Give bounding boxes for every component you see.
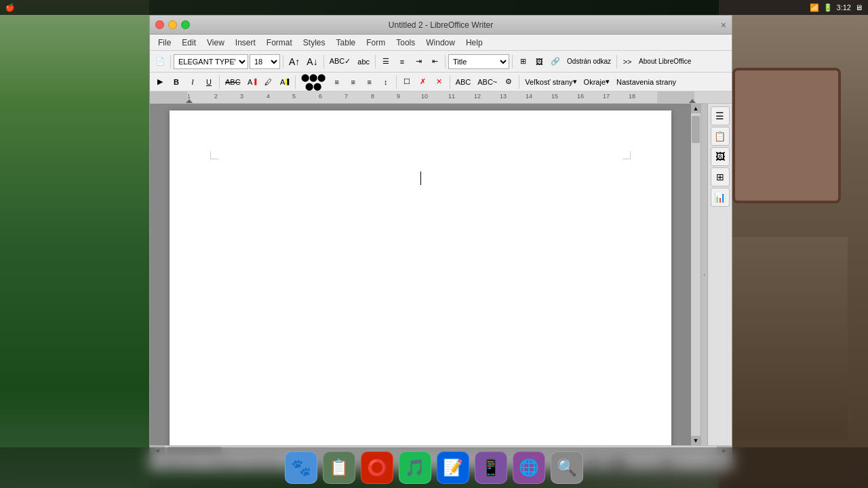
scroll-track[interactable] (691, 113, 701, 436)
sidebar-gallery-button[interactable]: 🖼 (711, 147, 730, 166)
autocorrect-button[interactable]: abc (355, 54, 372, 69)
sidebar-properties-button[interactable]: ⊞ (711, 167, 730, 186)
font-size-select[interactable]: 18 (250, 54, 280, 69)
strikethrough-button[interactable]: ABC (222, 75, 243, 89)
window-controls (155, 20, 190, 29)
menu-table[interactable]: Table (331, 37, 361, 49)
menu-form[interactable]: Form (361, 37, 391, 49)
margins-button[interactable]: Okraje▾ (581, 75, 612, 89)
maximize-button[interactable] (181, 20, 190, 29)
close-button[interactable] (155, 20, 164, 29)
new-doc-button[interactable]: 📄 (153, 54, 167, 69)
line-spacing-button[interactable]: ↕ (378, 75, 393, 89)
sidebar-styles-button[interactable]: 📋 (711, 127, 730, 146)
dock-finder[interactable]: 🐾 (285, 451, 317, 484)
scroll-thumb[interactable] (692, 116, 700, 143)
document-page[interactable] (170, 110, 671, 445)
fmt-separator-2 (295, 75, 296, 89)
align-justify-button[interactable]: ≡ (362, 75, 377, 89)
ruler-num-5: 6 (319, 93, 322, 100)
taskbar: 🐾 📋 ⭕ 🎵 📝 📱 🌐 🔍 (0, 447, 868, 488)
dock-viber[interactable]: 📱 (475, 451, 507, 484)
hyperlink-button[interactable]: 🔗 (548, 54, 563, 69)
ruler-num-12: 13 (500, 93, 507, 100)
align-center-button[interactable]: ≡ (330, 75, 344, 89)
menu-insert[interactable]: Insert (230, 37, 261, 49)
outdent-button[interactable]: ⇤ (427, 54, 442, 69)
dock-app7[interactable]: 🌐 (513, 451, 545, 484)
paragraph-style-select[interactable]: Title Default Style Heading 1 (448, 54, 509, 69)
underline-button[interactable]: U (201, 75, 216, 89)
menu-view[interactable]: View (201, 37, 230, 49)
list-button[interactable]: ☰ (378, 54, 393, 69)
font-decrease-button[interactable]: A↓ (304, 54, 320, 69)
delete-button[interactable]: ✕ (432, 75, 447, 89)
highlight-button[interactable]: 🖊 (261, 75, 276, 89)
ruler-num-8: 9 (397, 93, 400, 100)
ruler-num-17: 18 (629, 93, 635, 100)
toolbar2-extra[interactable]: ▶ (153, 75, 167, 89)
wifi-icon: 📶 (810, 3, 819, 12)
numbering-button[interactable]: ≡ (395, 54, 410, 69)
document-area[interactable] (150, 104, 691, 445)
char-highlight-button[interactable]: A▐ (277, 75, 292, 89)
menu-bar: File Edit View Insert Format Styles Tabl… (150, 35, 732, 51)
ruler-num-3: 4 (267, 93, 270, 100)
sidebar-functions-button[interactable]: 📊 (711, 188, 730, 207)
sidebar-collapse-handle[interactable]: › (701, 104, 707, 445)
menu-styles[interactable]: Styles (298, 37, 331, 49)
font-color-button[interactable]: A▐ (245, 75, 260, 89)
indent-button[interactable]: ⇥ (411, 54, 426, 69)
ruler-num-6: 7 (344, 93, 348, 100)
image-insert-button[interactable]: 🖼 (532, 54, 547, 69)
menu-format[interactable]: Format (261, 37, 298, 49)
remove-link-button[interactable]: Odstrán odkaz (564, 54, 614, 69)
about-button[interactable]: About LibreOffice (636, 54, 694, 69)
sidebar-navigator-button[interactable]: ☰ (711, 106, 730, 125)
italic-button[interactable]: I (185, 75, 200, 89)
page-settings-button[interactable]: Nastavenia strany (614, 75, 679, 89)
topbar-left: 🍎 (5, 3, 15, 12)
text-box-button[interactable]: ☐ (399, 75, 414, 89)
window-close-x[interactable]: × (721, 20, 726, 30)
dock-search[interactable]: 🔍 (551, 451, 583, 484)
menu-tools[interactable]: Tools (391, 37, 420, 49)
align-right-button[interactable]: ≡ (346, 75, 361, 89)
menu-window[interactable]: Window (420, 37, 460, 49)
clock: 3:12 (837, 3, 851, 12)
table-insert-button[interactable]: ⊞ (515, 54, 530, 69)
thesaurus-button[interactable]: ABC~ (475, 75, 500, 89)
content-area: ▲ ▼ › ☰ 📋 🖼 ⊞ 📊 (150, 104, 732, 445)
corner-mark-tr (623, 151, 631, 159)
train-window (732, 68, 841, 203)
scroll-up-button[interactable]: ▲ (691, 104, 701, 113)
bold-button[interactable]: B (169, 75, 184, 89)
menu-edit[interactable]: Edit (176, 37, 201, 49)
scroll-down-button[interactable]: ▼ (691, 436, 701, 445)
vertical-scrollbar[interactable]: ▲ ▼ (691, 104, 701, 445)
toolbar-expand-button[interactable]: >> (620, 54, 635, 69)
menu-help[interactable]: Help (460, 37, 488, 49)
dock-writer[interactable]: 📝 (437, 451, 469, 484)
dock-opera[interactable]: ⭕ (361, 451, 393, 484)
ruler-num-4: 5 (292, 93, 296, 100)
page-size-button[interactable]: Veľkosť strany▾ (522, 75, 579, 89)
cross-out-button[interactable]: ✗ (416, 75, 431, 89)
ruler-num-16: 17 (603, 93, 610, 100)
apple-icon[interactable]: 🍎 (5, 3, 15, 12)
menu-file[interactable]: File (153, 37, 176, 49)
font-name-select[interactable]: ELEGANT TYPEW (174, 54, 248, 69)
minimize-button[interactable] (168, 20, 177, 29)
ruler: 1 2 3 4 5 6 7 8 9 10 11 12 13 14 15 16 1… (150, 92, 732, 104)
dock-app2[interactable]: 📋 (323, 451, 355, 484)
ruler-indent-right[interactable] (689, 99, 696, 103)
font-increase-button[interactable]: A↑ (286, 54, 302, 69)
dock-spotify[interactable]: 🎵 (399, 451, 431, 484)
macro-button[interactable]: ⚙ (501, 75, 516, 89)
toolbar-separator-6 (512, 55, 513, 68)
spell-check-button[interactable]: ABC✓ (327, 54, 354, 69)
align-left-button[interactable]: ⬤⬤⬤⬤⬤ (298, 75, 328, 89)
toolbar-separator-1 (170, 55, 171, 68)
ruler-indent-left[interactable] (186, 99, 193, 103)
spell-abc-button[interactable]: ABC (453, 75, 474, 89)
